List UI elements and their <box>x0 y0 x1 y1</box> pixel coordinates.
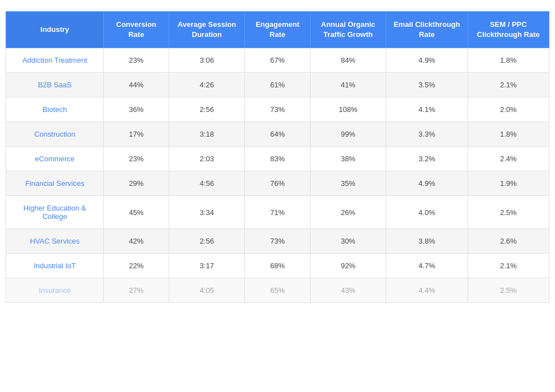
cell-sem: 2.6% <box>468 229 549 254</box>
cell-sem: 2.1% <box>468 254 549 278</box>
cell-email: 4.9% <box>386 48 468 73</box>
header-email: Email Clickthrough Rate <box>386 12 468 48</box>
cell-industry: Higher Education & College <box>6 196 104 229</box>
cell-organic: 26% <box>310 196 386 229</box>
cell-industry: Addiction Treatment <box>6 48 104 73</box>
cell-sem: 1.8% <box>468 122 549 147</box>
table-row: Addiction Treatment23%3:0667%84%4.9%1.8% <box>6 48 549 73</box>
cell-email: 4.1% <box>386 97 468 122</box>
cell-session: 2:03 <box>169 147 245 171</box>
cell-conversion: 44% <box>104 73 169 97</box>
cell-industry: HVAC Services <box>6 229 104 254</box>
table-row: Construction17%3:1864%99%3.3%1.8% <box>6 122 549 147</box>
cell-session: 3:34 <box>169 196 245 229</box>
table-row: B2B SaaS44%4:2661%41%3.5%2.1% <box>6 73 549 97</box>
header-organic: Annual Organic Traffic Growth <box>310 12 386 48</box>
cell-session: 3:17 <box>169 254 245 278</box>
cell-conversion: 22% <box>104 254 169 278</box>
cell-conversion: 23% <box>104 147 169 171</box>
cell-sem: 2.4% <box>468 147 549 171</box>
cell-email: 3.8% <box>386 229 468 254</box>
cell-email: 3.3% <box>386 122 468 147</box>
cell-conversion: 17% <box>104 122 169 147</box>
cell-sem: 1.8% <box>468 48 549 73</box>
table-row: Higher Education & College45%3:3471%26%4… <box>6 196 549 229</box>
cell-sem: 2.5% <box>468 278 549 303</box>
cell-industry: Financial Services <box>6 171 104 196</box>
cell-conversion: 45% <box>104 196 169 229</box>
cell-conversion: 23% <box>104 48 169 73</box>
cell-industry: eCommerce <box>6 147 104 171</box>
table-row: HVAC Services42%2:5673%30%3.8%2.6% <box>6 229 549 254</box>
cell-conversion: 29% <box>104 171 169 196</box>
cell-industry: B2B SaaS <box>6 73 104 97</box>
table-row: eCommerce23%2:0383%38%3.2%2.4% <box>6 147 549 171</box>
cell-organic: 43% <box>310 278 386 303</box>
cell-conversion: 42% <box>104 229 169 254</box>
cell-engagement: 83% <box>245 147 310 171</box>
cell-engagement: 71% <box>245 196 310 229</box>
table-body: Addiction Treatment23%3:0667%84%4.9%1.8%… <box>6 48 549 303</box>
table-row: Insurance27%4:0565%43%4.4%2.5% <box>6 278 549 303</box>
cell-engagement: 64% <box>245 122 310 147</box>
cell-organic: 84% <box>310 48 386 73</box>
cell-session: 4:56 <box>169 171 245 196</box>
cell-session: 2:56 <box>169 97 245 122</box>
table-header-row: Industry Conversion Rate Average Session… <box>6 12 549 48</box>
cell-engagement: 76% <box>245 171 310 196</box>
header-session: Average Session Duration <box>169 12 245 48</box>
cell-engagement: 73% <box>245 229 310 254</box>
cell-engagement: 61% <box>245 73 310 97</box>
cell-organic: 108% <box>310 97 386 122</box>
cell-industry: Insurance <box>6 278 104 303</box>
cell-conversion: 36% <box>104 97 169 122</box>
cell-engagement: 65% <box>245 278 310 303</box>
cell-organic: 38% <box>310 147 386 171</box>
cell-sem: 2.1% <box>468 73 549 97</box>
cell-organic: 35% <box>310 171 386 196</box>
cell-session: 4:26 <box>169 73 245 97</box>
cell-organic: 30% <box>310 229 386 254</box>
cell-email: 4.9% <box>386 171 468 196</box>
cell-email: 3.5% <box>386 73 468 97</box>
cell-industry: Industrial IoT <box>6 254 104 278</box>
header-conversion: Conversion Rate <box>104 12 169 48</box>
cell-session: 4:05 <box>169 278 245 303</box>
header-engagement: Engagement Rate <box>245 12 310 48</box>
cell-engagement: 68% <box>245 254 310 278</box>
cell-conversion: 27% <box>104 278 169 303</box>
cell-sem: 1.9% <box>468 171 549 196</box>
cell-email: 4.0% <box>386 196 468 229</box>
cell-industry: Construction <box>6 122 104 147</box>
cell-email: 3.2% <box>386 147 468 171</box>
cell-industry: Biotech <box>6 97 104 122</box>
cell-session: 3:06 <box>169 48 245 73</box>
cell-organic: 92% <box>310 254 386 278</box>
table-row: Biotech36%2:5673%108%4.1%2.0% <box>6 97 549 122</box>
header-industry: Industry <box>6 12 104 48</box>
header-sem: SEM / PPC Clickthrough Rate <box>468 12 549 48</box>
cell-organic: 99% <box>310 122 386 147</box>
cell-email: 4.4% <box>386 278 468 303</box>
data-table: Industry Conversion Rate Average Session… <box>6 11 549 303</box>
cell-email: 4.7% <box>386 254 468 278</box>
cell-engagement: 67% <box>245 48 310 73</box>
cell-sem: 2.5% <box>468 196 549 229</box>
table-row: Financial Services29%4:5676%35%4.9%1.9% <box>6 171 549 196</box>
cell-organic: 41% <box>310 73 386 97</box>
cell-session: 2:56 <box>169 229 245 254</box>
cell-session: 3:18 <box>169 122 245 147</box>
table-wrapper: Industry Conversion Rate Average Session… <box>0 0 555 314</box>
cell-engagement: 73% <box>245 97 310 122</box>
table-row: Industrial IoT22%3:1768%92%4.7%2.1% <box>6 254 549 278</box>
cell-sem: 2.0% <box>468 97 549 122</box>
